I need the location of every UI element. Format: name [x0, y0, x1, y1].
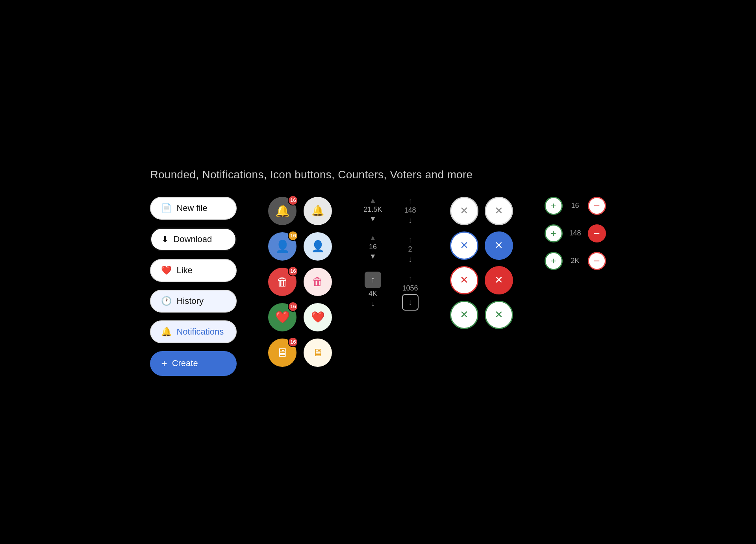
- close-red-1[interactable]: ✕: [450, 266, 478, 294]
- voter-up-3[interactable]: ▲: [369, 234, 376, 241]
- new-file-label: New file: [176, 203, 207, 213]
- voter-count-5: 4K: [369, 290, 377, 298]
- close-gray-1[interactable]: ✕: [450, 197, 478, 225]
- icon-pair-bell: 🔔 16 🔔: [268, 197, 332, 225]
- components-row: 📄 New file ⬇ Download ❤️ Like 🕐 History …: [150, 197, 606, 376]
- stepper-plus-3[interactable]: +: [545, 252, 563, 270]
- trash-light-icon: 🗑: [312, 275, 323, 288]
- icon-pair-person: 👤 16 👤: [268, 232, 332, 261]
- icon-buttons-column: 🔔 16 🔔 👤 16 👤 🗑: [268, 197, 332, 367]
- close-buttons-column: ✕ ✕ ✕ ✕ ✕ ✕: [450, 197, 513, 329]
- trash-red-button[interactable]: 🗑 16: [268, 268, 296, 296]
- heart-green-badge: 16: [288, 302, 298, 312]
- trash-red-badge: 16: [288, 266, 298, 276]
- close-pair-2: ✕ ✕: [450, 231, 513, 260]
- new-file-icon: 📄: [161, 203, 172, 213]
- page-title: Rounded, Notifications, Icon buttons, Co…: [150, 168, 606, 181]
- create-label: Create: [172, 358, 198, 368]
- voter-down-4[interactable]: ↓: [408, 255, 412, 263]
- voter-item-3: ▲ 16 ▼: [369, 234, 377, 260]
- heart-green-icon: ❤️: [275, 310, 290, 324]
- voter-count-2: 148: [404, 206, 416, 215]
- voter-item-2: ↑ 148 ↓: [404, 197, 416, 224]
- close-red-filled[interactable]: ✕: [485, 266, 513, 294]
- bell-dark-badge: 16: [288, 195, 298, 205]
- history-icon: 🕐: [161, 296, 172, 306]
- stepper-row-1: + 16 −: [545, 197, 606, 215]
- new-file-button[interactable]: 📄 New file: [150, 197, 237, 220]
- stepper-row-2: + 148 −: [545, 224, 606, 242]
- heart-light-button[interactable]: ❤️: [304, 303, 332, 331]
- stepper-row-3: + 2K −: [545, 252, 606, 270]
- close-gray-2[interactable]: ✕: [485, 197, 513, 225]
- stepper-count-3: 2K: [567, 257, 583, 265]
- bell-light-button[interactable]: 🔔: [304, 197, 332, 225]
- notifications-label: Notifications: [176, 327, 224, 337]
- stepper-plus-2[interactable]: +: [545, 224, 563, 242]
- voter-up-6[interactable]: ↑: [408, 275, 412, 283]
- history-label: History: [176, 296, 203, 306]
- voter-down-5[interactable]: ↓: [371, 300, 375, 307]
- voter-down-2[interactable]: ↓: [408, 216, 412, 224]
- notifications-icon: 🔔: [161, 327, 172, 337]
- close-x-red-filled: ✕: [495, 274, 503, 286]
- voter-item-1: ▲ 21.5K ▼: [363, 197, 382, 222]
- voter-count-4: 2: [408, 245, 412, 253]
- voter-up-1[interactable]: ▲: [369, 197, 376, 204]
- stepper-plus-1[interactable]: +: [545, 197, 563, 215]
- close-x-gray-2: ✕: [495, 205, 503, 217]
- like-label: Like: [176, 265, 192, 276]
- voter-up-4[interactable]: ↑: [408, 236, 412, 244]
- voter-up-2[interactable]: ↑: [408, 197, 412, 205]
- person-blue-button[interactable]: 👤 16: [268, 232, 296, 261]
- history-button[interactable]: 🕐 History: [150, 290, 237, 313]
- stepper-count-1: 16: [567, 202, 583, 210]
- person-light-icon: 👤: [311, 240, 325, 253]
- stepper-minus-2[interactable]: −: [588, 224, 606, 242]
- stepper-minus-3[interactable]: −: [588, 252, 606, 270]
- heart-light-icon: ❤️: [311, 311, 325, 324]
- bell-dark-button[interactable]: 🔔 16: [268, 197, 296, 225]
- like-button[interactable]: ❤️ Like: [150, 259, 237, 282]
- voter-item-4: ↑ 2 ↓: [408, 236, 412, 263]
- create-icon: +: [161, 357, 167, 370]
- screen-light-icon: 🖥: [312, 346, 323, 359]
- voter-item-5: ↑ 4K ↓: [365, 272, 381, 307]
- voters-column: ▲ 21.5K ▼ ▲ 16 ▼ ↑ 4K ↓: [363, 197, 418, 311]
- download-button[interactable]: ⬇ Download: [150, 228, 237, 251]
- bell-light-icon: 🔔: [311, 205, 324, 217]
- close-x-green-1: ✕: [460, 309, 469, 321]
- notifications-button[interactable]: 🔔 Notifications: [150, 320, 237, 343]
- person-light-button[interactable]: 👤: [304, 232, 332, 261]
- stepper-count-2: 148: [567, 229, 583, 237]
- voter-up-5[interactable]: ↑: [365, 272, 381, 288]
- screen-light-button[interactable]: 🖥: [304, 339, 332, 367]
- download-icon: ⬇: [161, 234, 169, 244]
- stepper-minus-1[interactable]: −: [588, 197, 606, 215]
- screen-orange-badge: 16: [288, 337, 298, 347]
- icon-pair-heart: ❤️ 16 ❤️: [268, 303, 332, 331]
- icon-pair-trash: 🗑 16 🗑: [268, 268, 332, 296]
- create-button[interactable]: + Create: [150, 351, 237, 376]
- download-label: Download: [173, 234, 212, 244]
- close-pair-1: ✕ ✕: [450, 197, 513, 225]
- voter-down-1[interactable]: ▼: [369, 215, 376, 222]
- voter-down-3[interactable]: ▼: [369, 253, 376, 260]
- close-blue-filled[interactable]: ✕: [485, 231, 513, 260]
- voter-count-6: 1056: [402, 284, 418, 292]
- close-x-red-1: ✕: [460, 274, 469, 286]
- screen-orange-button[interactable]: 🖥 16: [268, 339, 296, 367]
- close-green-1[interactable]: ✕: [450, 301, 478, 329]
- like-icon: ❤️: [161, 265, 172, 276]
- plain-voter-group: ▲ 21.5K ▼ ▲ 16 ▼ ↑ 4K ↓: [363, 197, 382, 307]
- voter-count-3: 16: [369, 243, 377, 251]
- heart-green-button[interactable]: ❤️ 16: [268, 303, 296, 331]
- voter-down-6[interactable]: ↓: [402, 294, 419, 311]
- person-blue-badge: 16: [288, 231, 298, 241]
- trash-red-icon: 🗑: [276, 275, 288, 289]
- buttons-column: 📄 New file ⬇ Download ❤️ Like 🕐 History …: [150, 197, 237, 376]
- trash-light-button[interactable]: 🗑: [304, 268, 332, 296]
- close-green-2[interactable]: ✕: [485, 301, 513, 329]
- close-blue-1[interactable]: ✕: [450, 231, 478, 260]
- close-x-green-2: ✕: [495, 309, 503, 321]
